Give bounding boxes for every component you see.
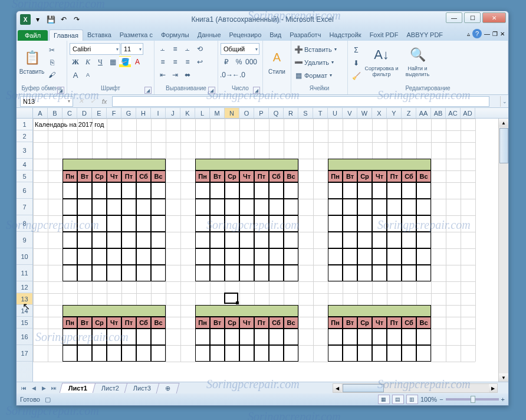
calendar-cell[interactable] [254,232,269,248]
calendar-cell[interactable] [284,248,298,265]
calendar-cell[interactable] [121,232,136,248]
calendar-cell[interactable] [210,329,225,345]
calendar-cell[interactable] [387,248,402,265]
calendar-cell[interactable] [372,345,387,362]
col-header-H[interactable]: H [136,108,151,118]
row-header-16[interactable]: 16 [17,329,32,345]
calendar-cell[interactable] [210,345,225,362]
file-tab[interactable]: Файл [18,30,48,41]
calendar-cell[interactable] [357,232,372,248]
ribbon-tab-7[interactable]: Разработч [285,29,325,41]
calendar-cell[interactable] [121,329,136,345]
calendar-cell[interactable] [416,248,431,265]
day-header[interactable]: Вс [151,170,166,182]
calendar-cell[interactable] [269,199,284,215]
day-header[interactable]: Ср [225,317,239,329]
cell-a1[interactable]: Календарь на 2017 год [34,119,104,130]
calendar-cell[interactable] [269,215,284,232]
scroll-left-icon[interactable]: ◀ [333,384,341,392]
calendar-cell[interactable] [387,345,402,362]
calendar-cell[interactable] [195,265,210,281]
col-header-V[interactable]: V [343,108,357,118]
calendar-cell[interactable] [372,248,387,265]
comma-icon[interactable]: 000 [245,56,257,68]
calendar-cell[interactable] [151,345,166,362]
align-center-icon[interactable]: ≡ [169,56,181,68]
calendar-cell[interactable] [63,265,77,281]
qat-dropdown-icon[interactable]: ▾ [32,14,44,25]
calendar-cell[interactable] [151,265,166,281]
calendar-cell[interactable] [328,182,343,199]
align-bottom-icon[interactable]: ⫠ [182,43,193,55]
cancel-formula-icon[interactable]: ✕ [75,96,86,107]
calendar-cell[interactable] [239,199,254,215]
zoom-in-icon[interactable]: + [501,396,505,403]
col-header-B[interactable]: B [48,108,63,118]
find-select-button[interactable]: 🔍 Найти и выделить [401,42,434,81]
clipboard-dialog-icon[interactable]: ◢ [57,87,64,94]
worksheet-grid[interactable]: ABCDEFGHIJKLMNOPQRSTUVWXYZAAABACAD 12345… [17,108,508,382]
calendar-cell[interactable] [239,248,254,265]
calendar-cell[interactable] [357,248,372,265]
day-header[interactable]: Пт [254,170,269,182]
calendar-cell[interactable] [121,215,136,232]
calendar-cell[interactable] [387,199,402,215]
day-header[interactable]: Вс [416,170,431,182]
month-header[interactable] [63,305,166,317]
calendar-cell[interactable] [151,232,166,248]
col-header-G[interactable]: G [121,108,136,118]
new-sheet-tab[interactable]: ⊕ [156,383,180,393]
decrease-decimal-icon[interactable]: ←.0 [233,69,245,81]
calendar-cell[interactable] [357,182,372,199]
format-cells-button[interactable]: ▦Формат▾ [294,69,332,81]
calendar-cell[interactable] [416,215,431,232]
calendar-cell[interactable] [77,215,92,232]
calendar-cell[interactable] [416,329,431,345]
calendar-cell[interactable] [92,329,107,345]
col-header-Z[interactable]: Z [402,108,416,118]
calendar-cell[interactable] [92,232,107,248]
col-header-R[interactable]: R [284,108,298,118]
number-dialog-icon[interactable]: ◢ [253,87,260,94]
calendar-cell[interactable] [343,182,357,199]
calendar-cell[interactable] [328,232,343,248]
month-header[interactable] [328,159,431,170]
font-dialog-icon[interactable]: ◢ [144,87,152,94]
day-header[interactable]: Вс [416,317,431,329]
row-header-9[interactable]: 9 [17,232,32,248]
col-header-AA[interactable]: AA [416,108,431,118]
calendar-cell[interactable] [77,199,92,215]
calendar-cell[interactable] [269,248,284,265]
calendar-cell[interactable] [416,199,431,215]
calendar-cell[interactable] [372,265,387,281]
ribbon-minimize-icon[interactable]: ▵ [467,31,470,37]
calendar-cell[interactable] [225,345,239,362]
day-header[interactable]: Пн [63,170,77,182]
horizontal-scrollbar[interactable]: ◀ ▶ [333,383,498,393]
col-header-AC[interactable]: AC [446,108,461,118]
calendar-cell[interactable] [328,215,343,232]
calendar-cell[interactable] [121,248,136,265]
calendar-cell[interactable] [121,265,136,281]
day-header[interactable]: Ср [92,317,107,329]
day-header[interactable]: Пт [387,317,402,329]
calendar-cell[interactable] [416,345,431,362]
shrink-font-icon[interactable]: A [82,69,94,81]
calendar-cell[interactable] [239,329,254,345]
page-break-view-icon[interactable]: ▥ [406,395,418,404]
vertical-scrollbar[interactable]: ▲ ▼ [498,119,508,382]
calendar-cell[interactable] [225,215,239,232]
calendar-cell[interactable] [225,329,239,345]
calendar-cell[interactable] [372,232,387,248]
save-icon[interactable]: 💾 [45,14,57,25]
mdi-minimize-icon[interactable]: — [484,31,490,37]
day-header[interactable]: Сб [136,317,151,329]
calendar-cell[interactable] [387,265,402,281]
calendar-cell[interactable] [136,329,151,345]
day-header[interactable]: Пн [328,317,343,329]
enter-formula-icon[interactable]: ✓ [87,96,98,107]
align-top-icon[interactable]: ⫠ [157,43,169,55]
clear-icon[interactable]: 🧹 [350,70,362,82]
number-format-combo[interactable]: Общий [221,43,259,55]
day-header[interactable]: Вт [210,317,225,329]
